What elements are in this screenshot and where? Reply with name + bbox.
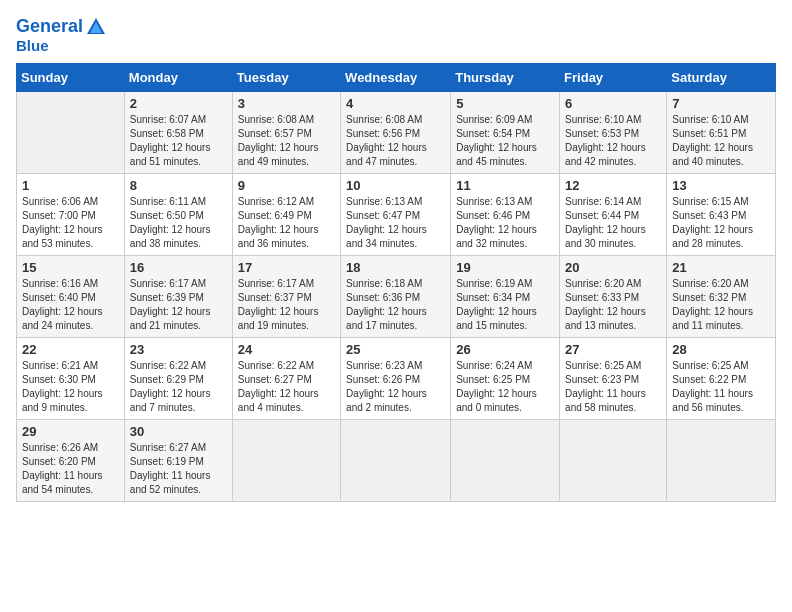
day-detail: Sunrise: 6:07 AMSunset: 6:58 PMDaylight:… [130,113,227,169]
day-number: 18 [346,260,445,275]
day-number: 27 [565,342,661,357]
calendar-week-1: 2Sunrise: 6:07 AMSunset: 6:58 PMDaylight… [17,91,776,173]
day-detail: Sunrise: 6:19 AMSunset: 6:34 PMDaylight:… [456,277,554,333]
calendar-cell: 13Sunrise: 6:15 AMSunset: 6:43 PMDayligh… [667,173,776,255]
day-detail: Sunrise: 6:17 AMSunset: 6:37 PMDaylight:… [238,277,335,333]
calendar-cell [17,91,125,173]
logo: General Blue [16,16,107,55]
calendar-cell: 19Sunrise: 6:19 AMSunset: 6:34 PMDayligh… [451,255,560,337]
day-detail: Sunrise: 6:25 AMSunset: 6:22 PMDaylight:… [672,359,770,415]
calendar-cell: 28Sunrise: 6:25 AMSunset: 6:22 PMDayligh… [667,337,776,419]
day-detail: Sunrise: 6:08 AMSunset: 6:56 PMDaylight:… [346,113,445,169]
logo-text: General [16,17,83,37]
calendar-cell: 25Sunrise: 6:23 AMSunset: 6:26 PMDayligh… [341,337,451,419]
day-number: 8 [130,178,227,193]
day-detail: Sunrise: 6:22 AMSunset: 6:27 PMDaylight:… [238,359,335,415]
day-number: 17 [238,260,335,275]
day-number: 20 [565,260,661,275]
day-detail: Sunrise: 6:20 AMSunset: 6:32 PMDaylight:… [672,277,770,333]
day-detail: Sunrise: 6:10 AMSunset: 6:53 PMDaylight:… [565,113,661,169]
calendar-cell: 2Sunrise: 6:07 AMSunset: 6:58 PMDaylight… [124,91,232,173]
day-detail: Sunrise: 6:22 AMSunset: 6:29 PMDaylight:… [130,359,227,415]
day-number: 28 [672,342,770,357]
day-number: 4 [346,96,445,111]
day-detail: Sunrise: 6:18 AMSunset: 6:36 PMDaylight:… [346,277,445,333]
calendar-cell [451,419,560,501]
day-number: 24 [238,342,335,357]
day-number: 7 [672,96,770,111]
calendar-table: SundayMondayTuesdayWednesdayThursdayFrid… [16,63,776,502]
logo-subtext: Blue [16,38,107,55]
day-detail: Sunrise: 6:17 AMSunset: 6:39 PMDaylight:… [130,277,227,333]
day-number: 2 [130,96,227,111]
day-detail: Sunrise: 6:10 AMSunset: 6:51 PMDaylight:… [672,113,770,169]
calendar-week-5: 29Sunrise: 6:26 AMSunset: 6:20 PMDayligh… [17,419,776,501]
day-detail: Sunrise: 6:25 AMSunset: 6:23 PMDaylight:… [565,359,661,415]
calendar-week-2: 1Sunrise: 6:06 AMSunset: 7:00 PMDaylight… [17,173,776,255]
calendar-body: 2Sunrise: 6:07 AMSunset: 6:58 PMDaylight… [17,91,776,501]
weekday-header-friday: Friday [560,63,667,91]
day-number: 29 [22,424,119,439]
day-detail: Sunrise: 6:14 AMSunset: 6:44 PMDaylight:… [565,195,661,251]
calendar-cell: 7Sunrise: 6:10 AMSunset: 6:51 PMDaylight… [667,91,776,173]
day-detail: Sunrise: 6:13 AMSunset: 6:47 PMDaylight:… [346,195,445,251]
calendar-cell: 10Sunrise: 6:13 AMSunset: 6:47 PMDayligh… [341,173,451,255]
day-number: 3 [238,96,335,111]
day-number: 11 [456,178,554,193]
day-number: 15 [22,260,119,275]
day-number: 1 [22,178,119,193]
day-number: 13 [672,178,770,193]
calendar-cell: 1Sunrise: 6:06 AMSunset: 7:00 PMDaylight… [17,173,125,255]
day-number: 22 [22,342,119,357]
day-detail: Sunrise: 6:12 AMSunset: 6:49 PMDaylight:… [238,195,335,251]
calendar-cell: 12Sunrise: 6:14 AMSunset: 6:44 PMDayligh… [560,173,667,255]
weekday-header-monday: Monday [124,63,232,91]
day-detail: Sunrise: 6:23 AMSunset: 6:26 PMDaylight:… [346,359,445,415]
day-number: 10 [346,178,445,193]
day-detail: Sunrise: 6:08 AMSunset: 6:57 PMDaylight:… [238,113,335,169]
calendar-cell: 6Sunrise: 6:10 AMSunset: 6:53 PMDaylight… [560,91,667,173]
day-number: 5 [456,96,554,111]
weekday-header-saturday: Saturday [667,63,776,91]
calendar-cell: 18Sunrise: 6:18 AMSunset: 6:36 PMDayligh… [341,255,451,337]
day-number: 19 [456,260,554,275]
day-detail: Sunrise: 6:21 AMSunset: 6:30 PMDaylight:… [22,359,119,415]
calendar-cell [667,419,776,501]
calendar-cell: 3Sunrise: 6:08 AMSunset: 6:57 PMDaylight… [232,91,340,173]
calendar-cell [232,419,340,501]
calendar-cell: 30Sunrise: 6:27 AMSunset: 6:19 PMDayligh… [124,419,232,501]
day-detail: Sunrise: 6:20 AMSunset: 6:33 PMDaylight:… [565,277,661,333]
calendar-cell: 4Sunrise: 6:08 AMSunset: 6:56 PMDaylight… [341,91,451,173]
calendar-cell: 20Sunrise: 6:20 AMSunset: 6:33 PMDayligh… [560,255,667,337]
weekday-header-sunday: Sunday [17,63,125,91]
calendar-cell: 26Sunrise: 6:24 AMSunset: 6:25 PMDayligh… [451,337,560,419]
day-detail: Sunrise: 6:06 AMSunset: 7:00 PMDaylight:… [22,195,119,251]
calendar-cell: 24Sunrise: 6:22 AMSunset: 6:27 PMDayligh… [232,337,340,419]
day-detail: Sunrise: 6:24 AMSunset: 6:25 PMDaylight:… [456,359,554,415]
calendar-cell: 22Sunrise: 6:21 AMSunset: 6:30 PMDayligh… [17,337,125,419]
calendar-header-row: SundayMondayTuesdayWednesdayThursdayFrid… [17,63,776,91]
calendar-week-3: 15Sunrise: 6:16 AMSunset: 6:40 PMDayligh… [17,255,776,337]
day-number: 26 [456,342,554,357]
calendar-cell: 23Sunrise: 6:22 AMSunset: 6:29 PMDayligh… [124,337,232,419]
weekday-header-thursday: Thursday [451,63,560,91]
weekday-header-tuesday: Tuesday [232,63,340,91]
calendar-cell: 8Sunrise: 6:11 AMSunset: 6:50 PMDaylight… [124,173,232,255]
day-detail: Sunrise: 6:15 AMSunset: 6:43 PMDaylight:… [672,195,770,251]
logo-icon [85,16,107,38]
day-number: 25 [346,342,445,357]
calendar-cell: 29Sunrise: 6:26 AMSunset: 6:20 PMDayligh… [17,419,125,501]
day-number: 30 [130,424,227,439]
day-number: 6 [565,96,661,111]
weekday-header-wednesday: Wednesday [341,63,451,91]
calendar-cell: 11Sunrise: 6:13 AMSunset: 6:46 PMDayligh… [451,173,560,255]
day-detail: Sunrise: 6:27 AMSunset: 6:19 PMDaylight:… [130,441,227,497]
calendar-cell: 5Sunrise: 6:09 AMSunset: 6:54 PMDaylight… [451,91,560,173]
day-number: 23 [130,342,227,357]
calendar-cell [341,419,451,501]
page-header: General Blue [16,16,776,55]
calendar-cell: 27Sunrise: 6:25 AMSunset: 6:23 PMDayligh… [560,337,667,419]
day-number: 12 [565,178,661,193]
calendar-week-4: 22Sunrise: 6:21 AMSunset: 6:30 PMDayligh… [17,337,776,419]
day-detail: Sunrise: 6:09 AMSunset: 6:54 PMDaylight:… [456,113,554,169]
